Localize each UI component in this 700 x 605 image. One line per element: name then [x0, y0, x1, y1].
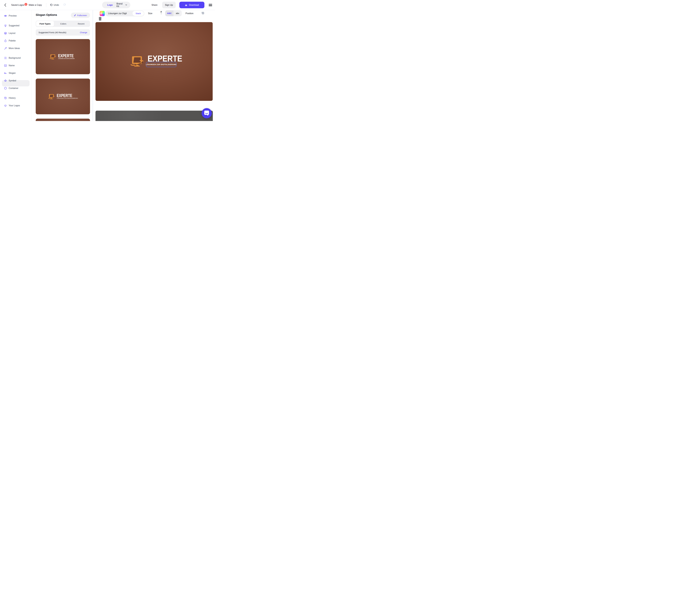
- saved-logos-link[interactable]: Saved Logos: [11, 0, 24, 10]
- fullscreen-button[interactable]: Fullscreen: [71, 13, 90, 18]
- sidebar-item-your-logos[interactable]: Your Logos: [0, 102, 31, 109]
- svg-text:A: A: [4, 72, 6, 74]
- panel-tabs: Font Types Colors Recent: [36, 21, 90, 27]
- monitor-orbit-icon: [48, 94, 55, 99]
- stack-button[interactable]: Stack: [132, 11, 144, 16]
- canvas-brand-name[interactable]: EXPERTE: [148, 55, 182, 62]
- download-label: Download: [189, 4, 199, 6]
- redo-button[interactable]: [63, 3, 66, 7]
- sidebar-item-label: Preview: [9, 15, 17, 17]
- sidebar-item-label: History: [9, 97, 16, 99]
- change-fonts-link[interactable]: Change: [80, 31, 87, 33]
- sidebar-item-label: Layout: [9, 32, 16, 34]
- slogan-text-field[interactable]: Lösungen zur Digit Stack: [105, 10, 144, 16]
- font-option-card-3[interactable]: [36, 119, 90, 121]
- sidebar-item-container[interactable]: Container: [0, 85, 31, 91]
- letter-spacing-icon[interactable]: A ↔: [159, 11, 163, 14]
- sidebar: Preview Suggested Layout Palette: [0, 10, 31, 121]
- droplet-icon: [4, 39, 7, 42]
- lightbulb-icon: [4, 24, 7, 27]
- next-preview-section[interactable]: [96, 111, 213, 121]
- brand-kit-label: Brand Kit: [117, 2, 124, 7]
- saved-logos-count-badge: 2: [25, 3, 27, 6]
- lowercase-option[interactable]: abc: [173, 10, 182, 16]
- tab-recent[interactable]: Recent: [72, 21, 90, 27]
- font-option-card-2[interactable]: EXPERTE LÖSUNGEN ZUR DIGITALISIERUNG: [36, 78, 90, 114]
- circle-icon: [4, 87, 7, 90]
- looka-editor-window: Saved Logos 2 Make a Copy Undo Logo Bran…: [0, 0, 215, 121]
- top-bar: Saved Logos 2 Make a Copy Undo Logo Bran…: [0, 0, 215, 10]
- chat-launcher[interactable]: [202, 108, 212, 118]
- tab-logo[interactable]: Logo: [107, 4, 113, 6]
- star-icon: [4, 79, 7, 82]
- layers-icon: [4, 32, 7, 35]
- color-picker-swatch[interactable]: [100, 11, 105, 16]
- card-slogan: LÖSUNGEN ZUR DIGITALISIERUNG: [57, 98, 78, 99]
- panel-title: Slogan Options: [36, 13, 57, 17]
- magic-wand-icon: [4, 47, 7, 50]
- sidebar-item-symbol[interactable]: Symbol: [0, 78, 31, 84]
- eye-icon: [4, 14, 7, 17]
- monitor-orbit-icon: [49, 54, 56, 60]
- card-brand-name: EXPERTE: [57, 94, 75, 97]
- sidebar-item-palette[interactable]: Palette: [0, 38, 31, 44]
- letter-case-toggle: ABC abc: [165, 10, 182, 16]
- chat-bubble-icon: [204, 111, 209, 116]
- canvas-slogan-selection[interactable]: LÖSUNGEN ZUR DIGITALISIERUNG: [146, 62, 176, 67]
- dashed-frame-icon: [4, 56, 7, 59]
- sidebar-item-label: More Ideas: [9, 47, 20, 50]
- sidebar-item-label: Name: [9, 64, 15, 67]
- position-control[interactable]: Position: [185, 10, 194, 17]
- panel-scrollbar-track[interactable]: [93, 10, 93, 121]
- sidebar-item-label: Symbol: [9, 79, 16, 82]
- sidebar-item-label: Slogan: [9, 72, 16, 74]
- svg-text:A: A: [5, 65, 6, 66]
- slogan-aa-icon: A ᴀ: [4, 72, 7, 75]
- heart-icon: [4, 104, 7, 107]
- download-button[interactable]: Download: [179, 2, 204, 8]
- back-icon[interactable]: [4, 3, 7, 7]
- sidebar-item-more-ideas[interactable]: More Ideas: [0, 45, 31, 51]
- tab-brand-kit[interactable]: Brand Kit: [117, 2, 127, 7]
- crown-icon: [185, 4, 188, 6]
- sidebar-item-slogan[interactable]: A ᴀ Slogan: [0, 70, 31, 76]
- undo-icon: [50, 4, 53, 6]
- size-control[interactable]: Size: [148, 10, 152, 17]
- sidebar-item-layout[interactable]: Layout: [0, 30, 31, 36]
- editor-mode-switch: Logo Brand Kit: [102, 2, 130, 8]
- sidebar-item-history[interactable]: History: [0, 95, 31, 101]
- slogan-text-value: Lösungen zur Digit: [108, 12, 127, 15]
- tab-font-types[interactable]: Font Types: [36, 21, 54, 26]
- font-option-card-1[interactable]: EXPERTE LÖSUNGEN ZUR DIGITALISIERUNG: [36, 39, 90, 74]
- sidebar-item-label: Suggested: [9, 24, 20, 27]
- sign-up-button[interactable]: Sign Up: [162, 2, 176, 8]
- sidebar-item-preview[interactable]: Preview: [0, 13, 31, 19]
- fullscreen-arrows-icon: [74, 14, 76, 16]
- menu-icon[interactable]: [209, 4, 212, 6]
- redo-icon: [63, 3, 66, 6]
- slogan-options-panel: Slogan Options Fullscreen Font Types Col…: [32, 10, 93, 121]
- suggested-fonts-row: Suggested Fonts (40 Results) Change: [36, 29, 90, 35]
- monitor-orbit-icon[interactable]: [127, 55, 148, 67]
- make-a-copy-button[interactable]: Make a Copy: [29, 0, 42, 10]
- undo-label: Undo: [54, 4, 59, 6]
- fullscreen-label: Fullscreen: [77, 14, 87, 17]
- sidebar-item-label: Your Logos: [9, 104, 20, 107]
- share-button[interactable]: Share: [151, 0, 157, 10]
- suggested-fonts-label: Suggested Fonts (40 Results): [39, 31, 66, 33]
- sidebar-item-background[interactable]: Background: [0, 55, 31, 61]
- sidebar-item-label: Container: [9, 87, 18, 90]
- card-brand-name: EXPERTE: [58, 54, 74, 58]
- uppercase-option[interactable]: ABC: [165, 10, 173, 16]
- tab-colors[interactable]: Colors: [54, 21, 72, 27]
- text-align-icon[interactable]: [202, 12, 204, 14]
- undo-button[interactable]: Undo: [50, 0, 59, 10]
- chevron-down-icon: [125, 4, 127, 6]
- sidebar-item-suggested[interactable]: Suggested: [0, 23, 31, 29]
- slogan-toolbar: Lösungen zur Digit Stack Size A ↔ ABC ab…: [93, 10, 215, 22]
- sidebar-item-label: Palette: [9, 40, 16, 42]
- logo-canvas[interactable]: EXPERTE LÖSUNGEN ZUR DIGITALISIERUNG: [96, 22, 212, 101]
- trash-icon[interactable]: [98, 17, 102, 21]
- sidebar-item-name[interactable]: A Name: [0, 63, 31, 69]
- clock-rewind-icon: [4, 96, 7, 100]
